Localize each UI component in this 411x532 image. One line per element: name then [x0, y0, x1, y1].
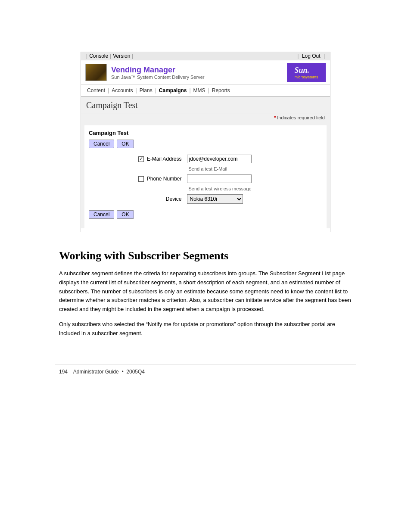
- app-logo: [85, 64, 107, 81]
- footer-year: 2005Q4: [126, 369, 145, 375]
- required-note: * Indicates required field: [81, 113, 330, 122]
- sun-logo-subtext: microsystems: [294, 75, 318, 79]
- email-input[interactable]: [187, 155, 252, 163]
- email-note-cell: Send a test E-Mail: [184, 165, 323, 173]
- topbar-separator-left: |: [86, 53, 87, 59]
- nav-mms[interactable]: MMS: [192, 87, 207, 94]
- device-row: Device Nokia 6310i Nokia 3210 Motorola V…: [89, 193, 322, 205]
- page-title-bar: Campaign Test: [81, 97, 330, 113]
- button-row-bottom: Cancel OK: [89, 210, 322, 219]
- ok-button-top[interactable]: OK: [117, 140, 134, 148]
- email-checkbox[interactable]: [138, 156, 144, 162]
- sun-logo: Sun. microsystems: [287, 63, 326, 82]
- device-label: Device: [166, 196, 182, 202]
- top-bar: | Console | Version | | Log Out |: [81, 52, 330, 60]
- email-label: E-Mail Address: [147, 156, 182, 162]
- email-note: Send a test E-Mail: [187, 166, 227, 171]
- page-footer: 194 Administrator Guide • 2005Q4: [55, 364, 356, 379]
- phone-label-cell: Phone Number: [89, 173, 184, 184]
- nav-reports[interactable]: Reports: [210, 87, 232, 94]
- nav-plans[interactable]: Plans: [138, 87, 154, 94]
- topbar-logout-separator: |: [297, 53, 299, 59]
- email-input-cell: [184, 153, 323, 165]
- doc-heading: Working with Subscriber Segments: [59, 249, 352, 262]
- doc-paragraph-2: Only subscribers who selected the “Notif…: [59, 320, 352, 338]
- ok-button-bottom[interactable]: OK: [117, 210, 134, 219]
- logout-link[interactable]: Log Out: [302, 53, 321, 59]
- required-note-text: Indicates required field: [277, 115, 325, 120]
- app-title: Vending Manager: [111, 65, 204, 75]
- form-section-title: Campaign Test: [89, 130, 322, 136]
- phone-row: Phone Number: [89, 173, 322, 184]
- phone-note-cell: Send a test wireless message: [184, 184, 323, 193]
- required-star: *: [274, 115, 276, 120]
- phone-note: Send a test wireless message: [187, 186, 252, 191]
- topbar-logout-separator2: |: [324, 53, 325, 59]
- footer-page-number: 194: [59, 369, 68, 375]
- version-link[interactable]: Version: [113, 53, 130, 59]
- nav-campaigns[interactable]: Campaigns: [157, 87, 189, 94]
- document-section: Working with Subscriber Segments A subsc…: [55, 249, 356, 338]
- top-bar-right: | Log Out |: [296, 53, 327, 59]
- top-bar-left: | Console | Version |: [84, 53, 135, 59]
- phone-input-cell: [184, 173, 323, 184]
- footer-title: Administrator Guide: [73, 369, 119, 375]
- phone-input[interactable]: [187, 174, 252, 183]
- doc-paragraph-1: A subscriber segment defines the criteri…: [59, 269, 352, 314]
- device-input-cell: Nokia 6310i Nokia 3210 Motorola V3: [184, 193, 323, 205]
- nav-content[interactable]: Content: [85, 87, 107, 94]
- phone-label: Phone Number: [147, 176, 182, 182]
- content-area: Campaign Test * Indicates required field…: [81, 97, 330, 228]
- form-table: E-Mail Address Send a test E-Mail: [89, 153, 322, 205]
- page-title: Campaign Test: [86, 100, 138, 110]
- app-container: | Console | Version | | Log Out | Vendin…: [81, 52, 330, 232]
- form-section: Campaign Test Cancel OK E-Mail Address: [84, 125, 327, 228]
- page-wrapper: | Console | Version | | Log Out | Vendin…: [0, 0, 411, 532]
- button-row-top: Cancel OK: [89, 140, 322, 148]
- nav-accounts[interactable]: Accounts: [110, 87, 134, 94]
- email-note-row: Send a test E-Mail: [89, 165, 322, 173]
- nav-bar: Content | Accounts | Plans | Campaigns |…: [81, 85, 330, 97]
- header-right: Sun. microsystems: [287, 63, 326, 82]
- topbar-separator-mid: |: [110, 53, 111, 59]
- topbar-separator-right: |: [132, 53, 133, 59]
- email-row: E-Mail Address: [89, 153, 322, 165]
- email-label-cell: E-Mail Address: [89, 153, 184, 165]
- header-left: Vending Manager Sun Java™ System Content…: [85, 64, 204, 81]
- phone-note-row: Send a test wireless message: [89, 184, 322, 193]
- cancel-button-bottom[interactable]: Cancel: [89, 210, 114, 219]
- phone-checkbox[interactable]: [138, 176, 144, 182]
- device-label-cell: Device: [89, 193, 184, 205]
- app-subtitle: Sun Java™ System Content Delivery Server: [111, 75, 204, 80]
- console-link[interactable]: Console: [89, 53, 108, 59]
- header: Vending Manager Sun Java™ System Content…: [81, 60, 330, 85]
- sun-logo-text: Sun.: [294, 66, 318, 75]
- cancel-button-top[interactable]: Cancel: [89, 140, 114, 148]
- header-title-block: Vending Manager Sun Java™ System Content…: [111, 65, 204, 80]
- device-select[interactable]: Nokia 6310i Nokia 3210 Motorola V3: [187, 194, 243, 204]
